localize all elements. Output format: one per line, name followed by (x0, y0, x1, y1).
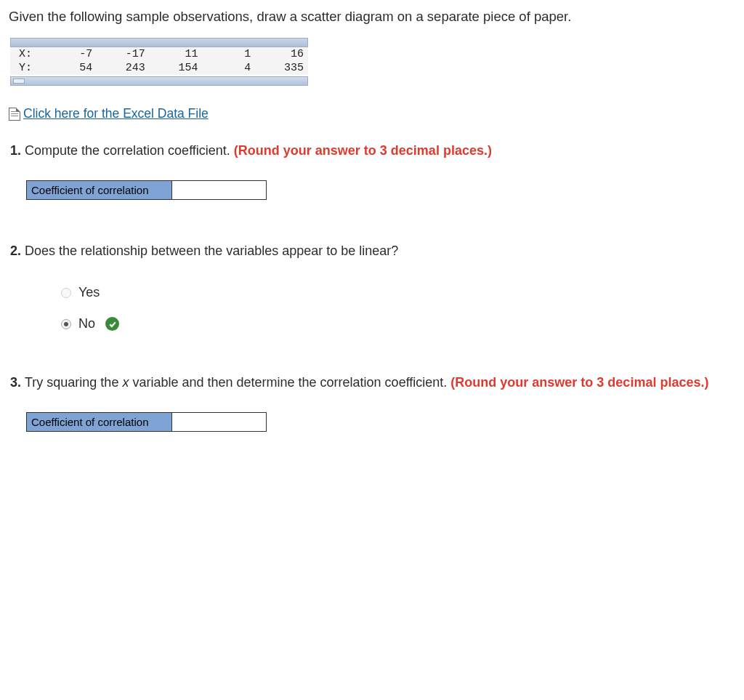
question-2: Does the relationship between the variab… (25, 244, 735, 331)
table-top-border (10, 38, 308, 47)
radio-icon (61, 319, 71, 329)
q3-answer-table: Coefficient of correlation (26, 412, 267, 432)
question-1: Compute the correlation coefficient. (Ro… (25, 143, 735, 200)
file-icon (9, 108, 20, 121)
table-row: Y: 54 243 154 4 335 (10, 61, 308, 75)
cell: 154 (150, 61, 203, 75)
q3-text-b: variable and then determine the correlat… (129, 375, 450, 390)
cell: -7 (44, 47, 97, 61)
q3-text-a: Try squaring the (25, 375, 122, 390)
cell: 335 (255, 61, 308, 75)
q3-answer-label: Coefficient of correlation (27, 413, 172, 432)
q1-answer-input[interactable] (173, 182, 265, 198)
q1-text: Compute the correlation coefficient. (25, 143, 234, 158)
cell: 16 (255, 47, 308, 61)
row-label-y: Y: (10, 61, 44, 75)
q2-radio-group: Yes No (61, 285, 735, 331)
q1-answer-label: Coefficient of correlation (27, 181, 172, 200)
table-row: X: -7 -17 11 1 16 (10, 47, 308, 61)
cell: 1 (203, 47, 256, 61)
radio-icon (61, 288, 71, 298)
table-scrollbar[interactable] (10, 76, 308, 86)
row-label-x: X: (10, 47, 44, 61)
q3-answer-input[interactable] (173, 414, 265, 430)
cell: 4 (203, 61, 256, 75)
intro-text: Given the following sample observations,… (9, 9, 735, 25)
excel-data-file-link[interactable]: Click here for the Excel Data File (23, 106, 209, 121)
data-table: X: -7 -17 11 1 16 Y: 54 243 154 4 335 (10, 38, 308, 86)
cell: 54 (44, 61, 97, 75)
q2-option-yes[interactable]: Yes (61, 285, 735, 300)
q2-option-no[interactable]: No (61, 316, 735, 331)
q3-hint: (Round your answer to 3 decimal places.) (450, 375, 708, 390)
q1-hint: (Round your answer to 3 decimal places.) (234, 143, 492, 158)
q2-yes-label: Yes (78, 285, 100, 300)
cell: 11 (150, 47, 203, 61)
q1-answer-table: Coefficient of correlation (26, 180, 267, 200)
cell: 243 (97, 61, 150, 75)
question-3: Try squaring the x variable and then det… (25, 375, 735, 432)
cell: -17 (97, 47, 150, 61)
q2-text: Does the relationship between the variab… (25, 244, 398, 258)
q2-no-label: No (78, 316, 95, 331)
correct-check-icon (105, 317, 119, 331)
